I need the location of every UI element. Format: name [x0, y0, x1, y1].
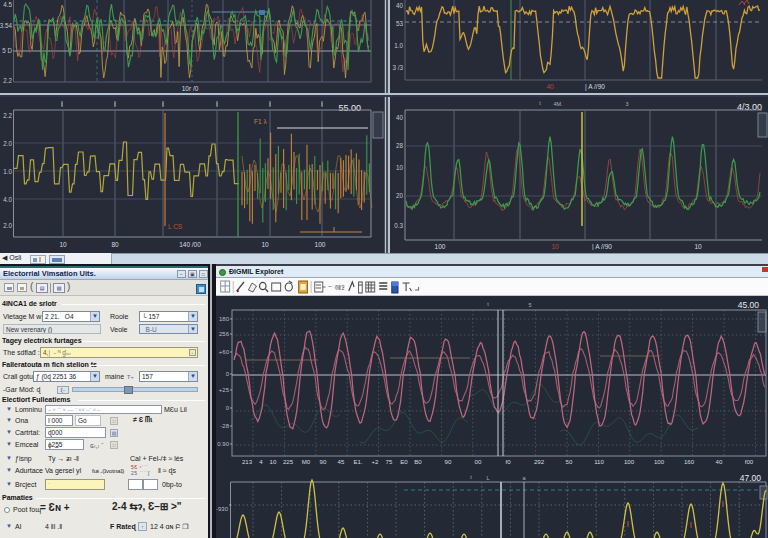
svg-text:80: 80	[111, 241, 119, 248]
svg-text:L: L	[486, 475, 489, 481]
svg-text:3 /3: 3 /3	[392, 64, 403, 71]
svg-text:4: 4	[259, 458, 263, 465]
svg-text:t: t	[487, 301, 489, 307]
svg-text:3: 3	[625, 101, 628, 107]
svg-text:10: 10	[59, 241, 67, 248]
svg-text:f00: f00	[745, 458, 754, 465]
svg-text:0.90: 0.90	[217, 441, 229, 447]
svg-text:90: 90	[445, 458, 452, 465]
svg-text:213: 213	[242, 458, 253, 465]
svg-text:28: 28	[396, 142, 404, 149]
svg-text:110: 110	[594, 458, 604, 465]
svg-text:10r /0: 10r /0	[182, 85, 199, 92]
svg-text:10: 10	[261, 241, 269, 248]
svg-text:0: 0	[226, 371, 230, 377]
svg-text:L CS: L CS	[168, 223, 183, 230]
svg-text:40: 40	[546, 83, 554, 90]
svg-text:4.5: 4.5	[3, 1, 12, 8]
svg-text:E1.: E1.	[353, 458, 362, 465]
svg-text:256: 256	[219, 331, 230, 337]
svg-text:53: 53	[396, 20, 404, 27]
svg-text:40: 40	[716, 458, 723, 465]
svg-text:߷ǁ߶: ߷ǁ߶	[334, 283, 344, 292]
svg-text:-28: -28	[220, 423, 229, 429]
svg-text:225: 225	[283, 458, 294, 465]
svg-text:| A //90: | A //90	[585, 83, 605, 91]
svg-text:40: 40	[396, 2, 404, 9]
svg-text:E0: E0	[400, 458, 408, 465]
svg-text:90: 90	[320, 458, 327, 465]
svg-text:2.0: 2.0	[3, 222, 12, 229]
svg-text:45: 45	[338, 458, 345, 465]
svg-text:20: 20	[396, 192, 404, 199]
svg-text:10: 10	[396, 164, 404, 171]
svg-text:292: 292	[534, 458, 545, 465]
svg-text:-930: -930	[216, 506, 229, 512]
svg-text:75: 75	[386, 458, 393, 465]
svg-text:40: 40	[396, 114, 404, 121]
svg-text:a: a	[522, 475, 526, 481]
svg-text:3.54: 3.54	[0, 22, 12, 29]
svg-text:t: t	[539, 100, 541, 106]
svg-text:10: 10	[551, 243, 559, 250]
svg-text:100: 100	[654, 458, 665, 465]
svg-text:100: 100	[624, 458, 635, 465]
svg-text:50: 50	[566, 458, 573, 465]
svg-text:t: t	[162, 101, 164, 107]
svg-text:t: t	[321, 101, 323, 107]
svg-text:180: 180	[219, 316, 230, 322]
svg-text:F1 λ: F1 λ	[254, 118, 267, 125]
svg-text:0.3: 0.3	[394, 222, 403, 229]
svg-text:100: 100	[315, 241, 326, 248]
svg-text:+60: +60	[219, 349, 230, 355]
svg-text:+2: +2	[372, 458, 380, 465]
svg-text:t: t	[216, 101, 218, 107]
svg-text:4.0: 4.0	[3, 196, 12, 203]
svg-text:140 /00: 140 /00	[179, 241, 201, 248]
svg-text:10: 10	[694, 243, 702, 250]
svg-text:t: t	[470, 474, 472, 480]
svg-text:10: 10	[270, 458, 277, 465]
svg-text:2.0: 2.0	[3, 140, 12, 147]
svg-text:1.0: 1.0	[394, 42, 403, 49]
svg-text:B0: B0	[414, 458, 422, 465]
svg-text:1.0: 1.0	[3, 168, 12, 175]
svg-text:2.2: 2.2	[3, 77, 12, 84]
svg-text:00: 00	[475, 458, 482, 465]
svg-text:+25: +25	[219, 387, 230, 393]
svg-text:45.00: 45.00	[738, 300, 760, 310]
svg-text:f0: f0	[505, 458, 511, 465]
svg-text:| A //90: | A //90	[592, 243, 612, 250]
svg-text:2.2: 2.2	[3, 112, 12, 119]
svg-text:55.00: 55.00	[338, 103, 361, 113]
svg-text:160: 160	[684, 458, 695, 465]
svg-text:100: 100	[435, 243, 446, 250]
svg-text:4M.: 4M.	[553, 101, 563, 107]
svg-text:~: ~	[328, 283, 332, 290]
svg-text:5 D: 5 D	[2, 47, 12, 54]
svg-text:t: t	[269, 101, 271, 107]
svg-text:t: t	[114, 101, 116, 107]
svg-text:5: 5	[528, 302, 531, 308]
svg-text:0: 0	[226, 405, 230, 411]
svg-text:M0: M0	[302, 458, 311, 465]
svg-text:t: t	[61, 101, 63, 107]
